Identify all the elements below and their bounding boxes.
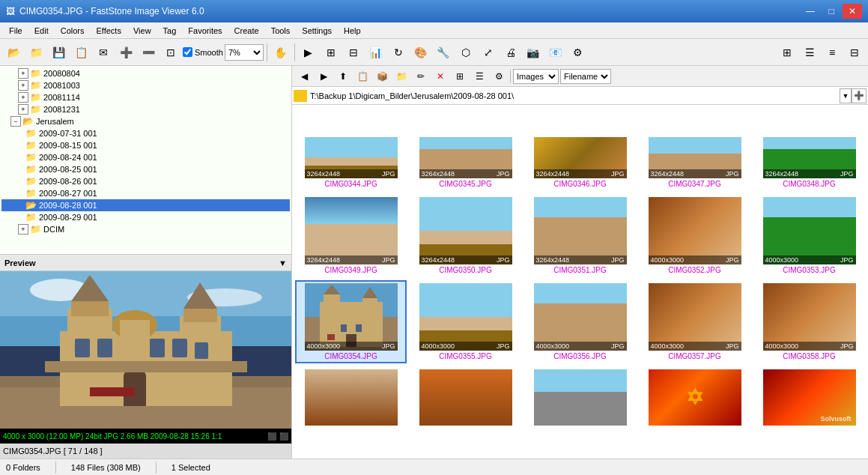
tree-node-0825[interactable]: 📁 2009-08-25 001 bbox=[1, 163, 290, 175]
resize-button[interactable]: ⤢ bbox=[478, 42, 499, 63]
scan-button[interactable]: 📷 bbox=[523, 42, 544, 63]
tree-node-20081003[interactable]: + 📁 20081003 bbox=[1, 79, 290, 91]
thumb-item-0351[interactable]: 3264x2448JPG CIMG0351.JPG bbox=[524, 194, 636, 277]
save-button[interactable]: 💾 bbox=[48, 42, 69, 63]
thumb-item-0356[interactable]: 4000x3000JPG CIMG0356.JPG bbox=[524, 280, 636, 363]
menu-edit[interactable]: Edit bbox=[28, 25, 55, 37]
move-to-button[interactable]: 📦 bbox=[373, 68, 391, 85]
tree-expand-icon[interactable]: + bbox=[18, 80, 28, 91]
tree-node-jerusalem[interactable]: − 📂 Jerusalem bbox=[1, 115, 290, 127]
histogram-button[interactable]: 📊 bbox=[365, 42, 386, 63]
zoom-out-button[interactable]: ➖ bbox=[138, 42, 159, 63]
thumb-item-0357[interactable]: 4000x3000JPG CIMG0357.JPG bbox=[639, 280, 750, 363]
slideshow-button[interactable]: ▶ bbox=[298, 42, 319, 63]
save-as-button[interactable]: 📋 bbox=[70, 42, 91, 63]
minimize-button[interactable]: — bbox=[801, 4, 820, 19]
tree-expand-icon[interactable]: + bbox=[18, 92, 28, 103]
new-folder-button[interactable]: 📁 bbox=[392, 68, 410, 85]
thumb-item-0349[interactable]: 3264x2448JPG CIMG0349.JPG bbox=[295, 194, 407, 277]
path-dropdown-button[interactable]: ▼ bbox=[840, 88, 852, 103]
tree-node-0824[interactable]: 📁 2009-08-24 001 bbox=[1, 151, 290, 163]
menu-settings[interactable]: Settings bbox=[296, 25, 338, 37]
menu-help[interactable]: Help bbox=[338, 25, 367, 37]
email2-button[interactable]: 📧 bbox=[545, 42, 566, 63]
thumb-item-0352[interactable]: 4000x3000JPG CIMG0352.JPG bbox=[639, 194, 750, 277]
sort-select[interactable]: Filename Date Size bbox=[560, 69, 611, 84]
browse-button[interactable]: 📁 bbox=[25, 42, 46, 63]
clone-button[interactable]: 🔧 bbox=[433, 42, 454, 63]
email-button[interactable]: ✉ bbox=[93, 42, 114, 63]
rotate-cw-button[interactable]: ↻ bbox=[388, 42, 409, 63]
thumb-item-0346[interactable]: 3264x2448JPG CIMG0346.JPG bbox=[524, 108, 636, 191]
tree-node-20080804[interactable]: + 📁 20080804 bbox=[1, 67, 290, 79]
thumb-item-0348[interactable]: 3264x2448JPG CIMG0348.JPG bbox=[753, 108, 865, 191]
thumb-item-0350[interactable]: 3264x2448JPG CIMG0350.JPG bbox=[410, 194, 521, 277]
menu-colors[interactable]: Colors bbox=[55, 25, 91, 37]
thumb-item-0355[interactable]: 4000x3000JPG CIMG0355.JPG bbox=[410, 280, 521, 363]
tree-node-0815[interactable]: 📁 2009-08-15 001 bbox=[1, 139, 290, 151]
thumb-item-0354[interactable]: 4000x3000JPG CIMG0354.JPG bbox=[295, 280, 407, 363]
contact-sheet-button[interactable]: ⊟ bbox=[343, 42, 364, 63]
thumb-view-button[interactable]: ⊞ bbox=[777, 42, 798, 63]
detail-view-button[interactable]: ≡ bbox=[822, 42, 843, 63]
thumb-item-0347[interactable]: 3264x2448JPG CIMG0347.JPG bbox=[639, 108, 750, 191]
list-view-button[interactable]: ☰ bbox=[799, 42, 820, 63]
thumb-item-0353[interactable]: 4000x3000JPG CIMG0353.JPG bbox=[753, 194, 865, 277]
tree-node-0829[interactable]: 📁 2009-08-29 001 bbox=[1, 211, 290, 223]
compare-rt-button[interactable]: ⊞ bbox=[451, 68, 469, 85]
thumb-item-0360[interactable] bbox=[410, 366, 521, 429]
thumb-item-0344[interactable]: 3264x2448JPG CIMG0344.JPG bbox=[295, 108, 407, 191]
tree-node-0731[interactable]: 📁 2009-07-31 001 bbox=[1, 127, 290, 139]
path-bookmark-button[interactable]: ➕ bbox=[852, 88, 867, 103]
print-button[interactable]: 🖨 bbox=[500, 42, 521, 63]
sharpen-button[interactable]: ⬡ bbox=[455, 42, 476, 63]
menu-favorites[interactable]: Favorites bbox=[182, 25, 228, 37]
edit-button[interactable]: ⚙ bbox=[490, 68, 508, 85]
smooth-checkbox[interactable] bbox=[183, 47, 192, 57]
menu-tag[interactable]: Tag bbox=[157, 25, 183, 37]
nav-forward-button[interactable]: ▶ bbox=[315, 68, 333, 85]
thumb-item-0358[interactable]: 4000x3000JPG CIMG0358.JPG bbox=[753, 280, 865, 363]
hand-tool-button[interactable]: ✋ bbox=[270, 42, 291, 63]
thumb-item-0363[interactable]: Solvusoft bbox=[753, 366, 865, 429]
tree-node-20081231[interactable]: + 📁 20081231 bbox=[1, 103, 290, 115]
tree-expand-icon[interactable]: − bbox=[10, 116, 21, 127]
thumb-item-0359[interactable] bbox=[295, 366, 407, 429]
zoom-in-button[interactable]: ➕ bbox=[115, 42, 136, 63]
settings-button[interactable]: ⚙ bbox=[568, 42, 589, 63]
thumbnail-scroll[interactable]: 3264x2448JPG CIMG0344.JPG 3264x2448JPG bbox=[292, 105, 868, 459]
menu-create[interactable]: Create bbox=[228, 25, 265, 37]
delete-button[interactable]: ✕ bbox=[431, 68, 449, 85]
rename-button[interactable]: ✏ bbox=[412, 68, 430, 85]
tree-node-0827[interactable]: 📁 2009-08-27 001 bbox=[1, 187, 290, 199]
tree-node-dcim[interactable]: + 📁 DCIM bbox=[1, 223, 290, 235]
thumb-item-0361[interactable] bbox=[524, 366, 636, 429]
menu-file[interactable]: File bbox=[3, 25, 28, 37]
zoom-select[interactable]: 7% 10% 25% 50% 100% bbox=[225, 44, 264, 61]
filmstrip-button[interactable]: ⊟ bbox=[844, 42, 865, 63]
menu-view[interactable]: View bbox=[127, 25, 157, 37]
preview-header[interactable]: Preview ▼ bbox=[0, 255, 291, 271]
tree-expand-icon[interactable]: + bbox=[18, 104, 28, 115]
menu-effects[interactable]: Effects bbox=[91, 25, 127, 37]
maximize-button[interactable]: □ bbox=[822, 4, 841, 19]
tree-expand-icon[interactable]: + bbox=[18, 224, 28, 235]
menu-tools[interactable]: Tools bbox=[265, 25, 297, 37]
color-button[interactable]: 🎨 bbox=[410, 42, 431, 63]
copy-to-button[interactable]: 📋 bbox=[353, 68, 371, 85]
thumb-item-0345[interactable]: 3264x2448JPG CIMG0345.JPG bbox=[410, 108, 521, 191]
images-filter-select[interactable]: Images All Files bbox=[513, 69, 559, 84]
fit-window-button[interactable]: ⊡ bbox=[160, 42, 181, 63]
open-folder-button[interactable]: 📂 bbox=[3, 42, 24, 63]
tree-node-20081114[interactable]: + 📁 20081114 bbox=[1, 91, 290, 103]
metadata-button[interactable]: ☰ bbox=[470, 68, 488, 85]
path-input[interactable] bbox=[310, 88, 840, 103]
tree-node-0826[interactable]: 📁 2009-08-26 001 bbox=[1, 175, 290, 187]
tree-node-0828[interactable]: 📂 2009-08-28 001 bbox=[1, 199, 290, 211]
nav-back-button[interactable]: ◀ bbox=[295, 68, 313, 85]
tree-expand-icon[interactable]: + bbox=[18, 68, 28, 79]
close-button[interactable]: ✕ bbox=[843, 4, 862, 19]
nav-up-button[interactable]: ⬆ bbox=[334, 68, 352, 85]
compare-button[interactable]: ⊞ bbox=[321, 42, 342, 63]
thumb-item-0362[interactable]: ✡ bbox=[639, 366, 750, 429]
